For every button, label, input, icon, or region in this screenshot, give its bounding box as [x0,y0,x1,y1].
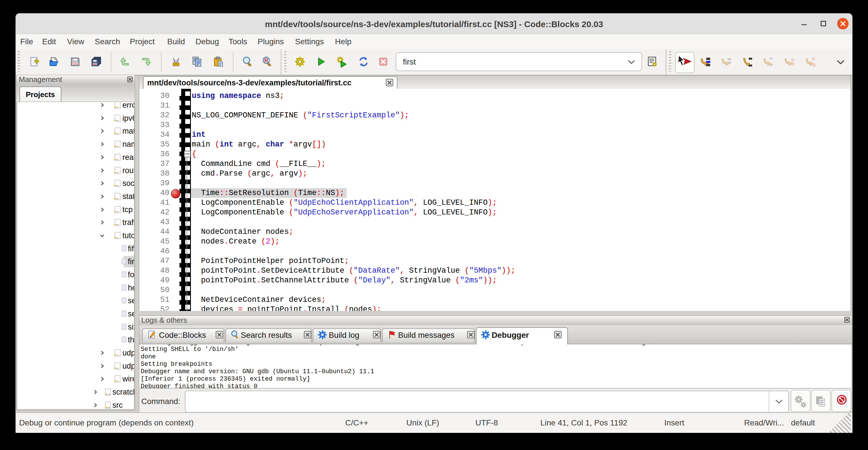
svg-text:R: R [265,58,268,63]
